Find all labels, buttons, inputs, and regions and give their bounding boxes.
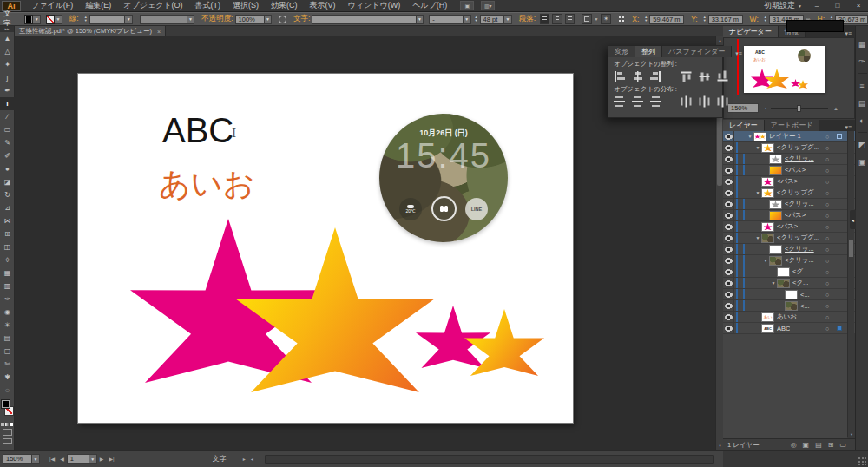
layer-row[interactable]: ▼<ク...○ <box>723 278 855 289</box>
visibility-eye-icon[interactable] <box>725 178 733 186</box>
layer-row[interactable]: <クリッ...○ <box>723 199 855 210</box>
fill-swatch[interactable] <box>1 399 10 409</box>
target-circle-icon[interactable]: ○ <box>825 269 829 275</box>
workspace-switcher-icon[interactable]: ▥▾ <box>481 1 495 10</box>
reference-point-icon[interactable] <box>618 16 625 23</box>
distribute-top-icon[interactable] <box>614 96 625 107</box>
swatches-panel-icon[interactable]: ▦ <box>857 38 868 49</box>
visibility-eye-icon[interactable] <box>725 325 733 332</box>
visibility-eye-icon[interactable] <box>725 291 733 299</box>
layer-row[interactable]: <パス>○ <box>723 210 855 221</box>
chevron-down-icon[interactable]: ▼ <box>417 15 424 24</box>
zoom-level-field[interactable]: 150% <box>3 454 32 464</box>
visibility-eye-icon[interactable] <box>725 280 733 287</box>
menu-item[interactable]: ヘルプ(H) <box>406 0 453 11</box>
visibility-eye-icon[interactable] <box>725 257 733 265</box>
graphic-styles-panel-icon[interactable]: ▣ <box>857 156 868 168</box>
distribute-left-icon[interactable] <box>681 96 692 108</box>
first-artboard-icon[interactable]: |◀ <box>47 456 57 462</box>
x-field[interactable]: 59.467 m <box>649 15 684 24</box>
last-artboard-icon[interactable]: ▶| <box>106 456 116 462</box>
line-segment-tool[interactable]: ∕ <box>0 110 15 123</box>
menu-item[interactable]: ファイル(F) <box>25 0 79 11</box>
panel-menu-icon[interactable]: ▾≡ <box>732 50 746 57</box>
magic-wand-tool[interactable]: ✦ <box>0 58 15 71</box>
font-size-field[interactable]: 48 pt <box>480 15 505 24</box>
layer-row[interactable]: ▼レイヤー 1○ <box>723 131 855 142</box>
screen-mode-icon[interactable] <box>3 438 12 444</box>
menu-item[interactable]: 編集(E) <box>79 0 117 11</box>
menu-item[interactable]: ウィンドウ(W) <box>342 0 407 11</box>
font-size-stepper[interactable]: ▲▼ <box>475 16 478 23</box>
visibility-eye-icon[interactable] <box>725 144 733 152</box>
pencil-tool[interactable]: ✐ <box>0 149 15 162</box>
scroll-down-icon[interactable]: ▼ <box>848 432 855 437</box>
free-transform-tool[interactable]: ⊞ <box>0 227 15 240</box>
sparkle-options-button[interactable]: ✶ <box>601 14 610 24</box>
y-field[interactable]: 33.167 m <box>708 15 743 24</box>
scroll-up-icon[interactable]: ▲ <box>716 38 723 43</box>
align-center-button[interactable] <box>552 14 562 24</box>
stroke-style-field[interactable] <box>140 15 187 24</box>
tab-ナビゲーター[interactable]: ナビゲーター <box>723 26 779 37</box>
visibility-eye-icon[interactable] <box>725 167 733 174</box>
minimize-button[interactable]: – <box>811 1 823 10</box>
new-sublayer-button[interactable]: ▤ <box>815 441 822 449</box>
pen-tool[interactable]: ✒ <box>0 84 15 97</box>
stroke-panel-icon[interactable]: ≡ <box>857 80 868 91</box>
distribute-right-icon[interactable] <box>718 96 728 108</box>
aio-text-object[interactable]: あいお <box>159 168 255 200</box>
restore-button[interactable]: □ <box>832 1 844 10</box>
locate-object-button[interactable]: ◎ <box>791 441 797 449</box>
visibility-eye-icon[interactable] <box>725 234 733 242</box>
artboard-nav-field[interactable]: 1 <box>67 454 89 464</box>
font-style-field[interactable]: - <box>429 15 464 24</box>
align-left-button[interactable] <box>540 14 549 24</box>
visibility-eye-icon[interactable] <box>725 223 733 231</box>
mesh-tool[interactable]: ▦ <box>0 266 15 280</box>
shape-builder-tool[interactable]: ◫ <box>0 240 15 253</box>
visibility-eye-icon[interactable] <box>725 189 733 197</box>
gradient-tool[interactable]: ▥ <box>0 280 15 293</box>
target-circle-icon[interactable]: ○ <box>825 280 829 286</box>
document-tab[interactable]: 互換性確認.pdf* @ 150% (CMYK/プレビュー) × <box>15 26 166 36</box>
toolbar-grip[interactable]: ▸▸ <box>0 26 14 32</box>
target-circle-icon[interactable]: ○ <box>825 168 829 174</box>
type-tool[interactable]: T <box>0 97 15 110</box>
transparency-panel-icon[interactable]: ◐ <box>857 115 868 126</box>
tab-整列[interactable]: 整列 <box>635 46 662 57</box>
layer-row[interactable]: ▼<クリッ...○ <box>723 255 855 266</box>
slider-thumb[interactable] <box>797 105 801 112</box>
visibility-eye-icon[interactable] <box>725 155 733 163</box>
prev-artboard-icon[interactable]: ◀ <box>57 456 67 462</box>
distribute-horizontal-center-icon[interactable] <box>700 96 710 108</box>
target-circle-icon[interactable]: ○ <box>825 134 829 140</box>
hand-tool[interactable]: ✱ <box>0 371 15 384</box>
fill-stroke-swatches[interactable] <box>0 398 14 421</box>
navigator-proxy-view[interactable] <box>737 39 739 95</box>
panel-menu-icon[interactable]: ▾≡ <box>841 124 855 131</box>
paintbrush-tool[interactable]: ✎ <box>0 136 15 149</box>
drawing-mode-icon[interactable] <box>3 429 12 436</box>
opacity-label[interactable]: 不透明度: <box>201 14 233 24</box>
style-circle-icon[interactable] <box>279 16 286 23</box>
layers-scrollbar[interactable]: ▼ <box>847 131 854 437</box>
blend-tool[interactable]: ◉ <box>0 306 15 319</box>
target-circle-icon[interactable]: ○ <box>825 303 829 309</box>
fill-color-swatch[interactable] <box>24 15 33 24</box>
navigator-zoom-field[interactable]: 150% <box>727 103 759 113</box>
scale-tool[interactable]: ⊿ <box>0 201 15 214</box>
opacity-field[interactable]: 100% <box>235 15 265 24</box>
layer-row[interactable]: ▼<クリップグ...○ <box>723 233 855 244</box>
visibility-eye-icon[interactable] <box>725 212 733 220</box>
stroke-color-swatch[interactable] <box>46 15 55 24</box>
make-clipping-mask-button[interactable]: ▣ <box>803 441 810 449</box>
align-right-icon[interactable] <box>650 71 661 82</box>
scrollbar-thumb[interactable] <box>849 240 853 257</box>
tab-パスファインダー[interactable]: パスファインダー <box>662 46 732 57</box>
width-tool[interactable]: ⋈ <box>0 214 15 227</box>
visibility-eye-icon[interactable] <box>725 268 733 276</box>
expand-arrow-icon[interactable]: ▼ <box>746 134 753 139</box>
layer-row[interactable]: あいあいお○ <box>723 312 855 323</box>
target-circle-icon[interactable]: ○ <box>825 156 829 162</box>
